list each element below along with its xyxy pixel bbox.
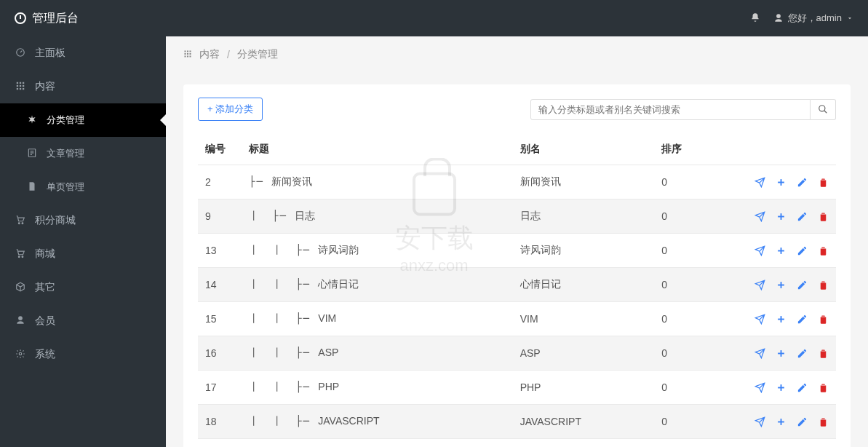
cell-actions	[720, 268, 836, 302]
brand-title: 管理后台	[32, 11, 79, 26]
svg-point-7	[18, 256, 20, 257]
cell-actions	[720, 439, 836, 448]
sidebar-item-label: 单页管理	[47, 181, 84, 194]
table-header-row: 编号 标题 别名 排序	[198, 134, 836, 165]
breadcrumb: 内容 / 分类管理	[166, 36, 868, 73]
cell-alias: 心情日记	[513, 268, 655, 302]
col-header-sort: 排序	[654, 134, 720, 165]
send-icon[interactable]	[754, 416, 765, 427]
delete-icon[interactable]	[818, 280, 829, 290]
sidebar-item-label: 系统	[35, 348, 55, 361]
edit-icon[interactable]	[797, 382, 808, 393]
delete-icon[interactable]	[818, 382, 829, 393]
cell-sort: 0	[654, 336, 720, 371]
cell-actions	[720, 371, 836, 405]
search-input[interactable]	[530, 99, 811, 120]
sidebar-item-3[interactable]: 文章管理	[0, 137, 166, 170]
cell-alias: ASP	[513, 336, 655, 371]
svg-point-6	[22, 222, 23, 224]
breadcrumb-root[interactable]: 内容	[199, 48, 220, 61]
cell-id: 18	[198, 405, 242, 439]
sidebar-item-1[interactable]: 内容	[0, 70, 166, 103]
edit-icon[interactable]	[797, 177, 808, 188]
breadcrumb-current: 分类管理	[237, 48, 278, 61]
edit-icon[interactable]	[797, 245, 808, 256]
send-icon[interactable]	[754, 348, 765, 359]
table-row: 2├─ 新闻资讯新闻资讯0	[198, 165, 836, 199]
sidebar-item-5[interactable]: 积分商城	[0, 204, 166, 237]
delete-icon[interactable]	[818, 314, 829, 325]
delete-icon[interactable]	[818, 211, 829, 222]
cell-id: 35	[198, 439, 242, 448]
cell-sort: 0	[654, 405, 720, 439]
send-icon[interactable]	[754, 211, 765, 222]
edit-icon[interactable]	[797, 280, 808, 290]
delete-icon[interactable]	[818, 245, 829, 256]
sidebar-item-label: 分类管理	[47, 114, 84, 127]
table-row: 13丨 丨 ├─ 诗风词韵诗风词韵0	[198, 234, 836, 268]
cell-id: 13	[198, 234, 242, 268]
brand: 管理后台	[15, 11, 79, 26]
cell-alias: 网络相关	[513, 439, 655, 448]
cell-title: 丨 ├─ 网络相关	[242, 439, 513, 448]
sidebar-item-2[interactable]: 分类管理	[0, 103, 166, 137]
toolbar: + 添加分类	[198, 98, 836, 121]
sidebar-item-0[interactable]: 主面板	[0, 36, 166, 70]
cell-sort: 0	[654, 268, 720, 302]
main-content: 内容 / 分类管理 + 添加分类 编号 标题 别名	[166, 36, 868, 447]
plus-icon[interactable]	[776, 280, 787, 290]
bell-icon[interactable]	[750, 12, 760, 25]
search-group	[530, 99, 836, 120]
article-icon	[26, 148, 38, 160]
sidebar-item-6[interactable]: 商城	[0, 237, 166, 271]
user-greeting: 您好，admin	[788, 12, 842, 25]
cell-alias: PHP	[513, 371, 655, 405]
send-icon[interactable]	[754, 314, 765, 325]
page-icon	[26, 181, 38, 194]
cell-sort: 0	[654, 165, 720, 199]
plus-icon[interactable]	[776, 211, 787, 222]
plus-icon[interactable]	[776, 177, 787, 188]
breadcrumb-separator: /	[227, 49, 230, 60]
plus-icon[interactable]	[776, 382, 787, 393]
search-button[interactable]	[811, 99, 836, 120]
send-icon[interactable]	[754, 177, 765, 188]
delete-icon[interactable]	[818, 177, 829, 188]
table-row: 35丨 ├─ 网络相关网络相关0	[198, 439, 836, 448]
send-icon[interactable]	[754, 382, 765, 393]
delete-icon[interactable]	[818, 348, 829, 359]
send-icon[interactable]	[754, 280, 765, 290]
plus-icon[interactable]	[776, 314, 787, 325]
send-icon[interactable]	[754, 245, 765, 256]
add-category-button[interactable]: + 添加分类	[198, 98, 263, 121]
sidebar-item-7[interactable]: 其它	[0, 271, 166, 304]
user-area: 您好，admin	[750, 12, 853, 25]
cell-title: 丨 丨 ├─ VIM	[242, 302, 513, 336]
content-panel: + 添加分类 编号 标题 别名 排序	[183, 84, 851, 447]
edit-icon[interactable]	[797, 348, 808, 359]
svg-point-8	[22, 256, 23, 257]
cell-title: 丨 丨 ├─ JAVASCRIPT	[242, 405, 513, 439]
delete-icon[interactable]	[818, 416, 829, 427]
edit-icon[interactable]	[797, 416, 808, 427]
sidebar-item-label: 商城	[35, 248, 55, 261]
sidebar-item-4[interactable]: 单页管理	[0, 170, 166, 204]
svg-line-11	[824, 111, 827, 114]
user-menu[interactable]: 您好，admin	[773, 12, 853, 25]
sidebar-item-9[interactable]: 系统	[0, 338, 166, 371]
plus-icon[interactable]	[776, 348, 787, 359]
plus-icon[interactable]	[776, 416, 787, 427]
cell-title: 丨 丨 ├─ ASP	[242, 336, 513, 371]
cell-title: 丨 丨 ├─ PHP	[242, 371, 513, 405]
category-table: 编号 标题 别名 排序 2├─ 新闻资讯新闻资讯09丨 ├─ 日志日志013丨 …	[198, 134, 836, 447]
edit-icon[interactable]	[797, 211, 808, 222]
chevron-down-icon	[846, 15, 853, 22]
sidebar-item-8[interactable]: 会员	[0, 304, 166, 338]
edit-icon[interactable]	[797, 314, 808, 325]
user-icon	[773, 13, 784, 23]
plus-icon[interactable]	[776, 245, 787, 256]
sidebar-item-label: 积分商城	[35, 214, 76, 227]
cell-sort: 0	[654, 234, 720, 268]
grid-icon	[183, 49, 192, 60]
table-row: 15丨 丨 ├─ VIMVIM0	[198, 302, 836, 336]
